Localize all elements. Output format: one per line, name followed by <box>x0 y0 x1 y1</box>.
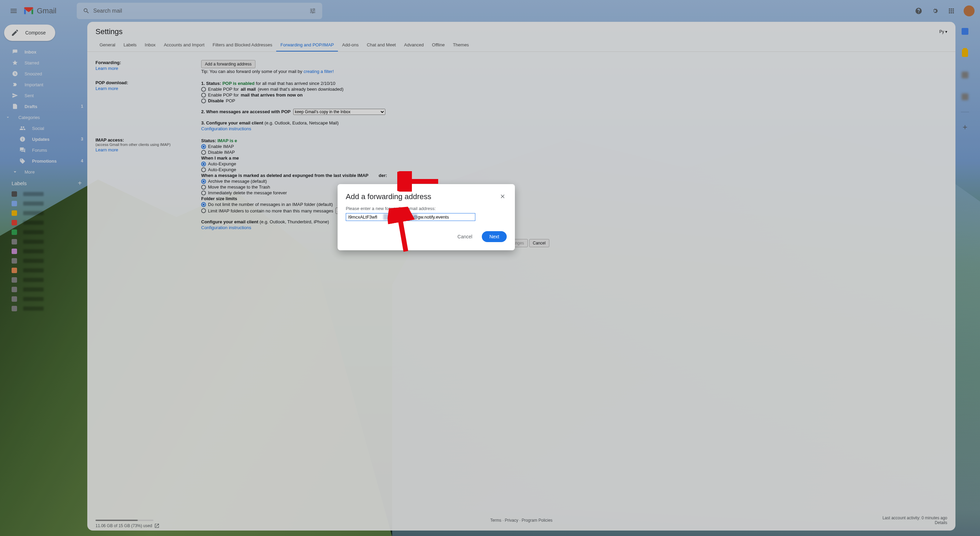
modal-overlay[interactable] <box>0 0 980 536</box>
dialog-subtitle: Please enter a new forwarding email addr… <box>346 206 507 211</box>
forwarding-dialog: Add a forwarding address Please enter a … <box>337 184 515 250</box>
dialog-close-button[interactable] <box>498 192 507 200</box>
dialog-title: Add a forwarding address <box>346 192 431 201</box>
dialog-cancel-button[interactable]: Cancel <box>453 231 477 242</box>
dialog-next-button[interactable]: Next <box>482 231 507 242</box>
forwarding-email-input[interactable] <box>346 213 475 221</box>
